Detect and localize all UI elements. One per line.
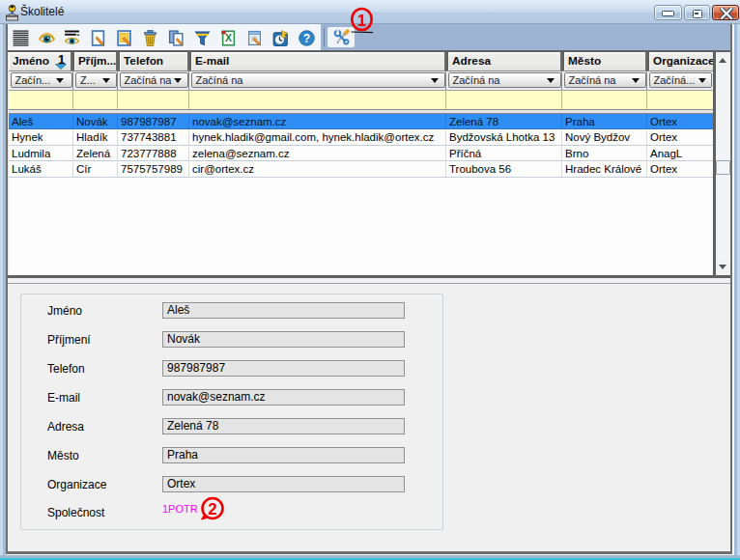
svg-text:2: 2 bbox=[208, 500, 216, 518]
svg-text:X: X bbox=[225, 32, 232, 43]
svg-text:?: ? bbox=[303, 32, 310, 45]
svg-text:1: 1 bbox=[357, 12, 366, 30]
